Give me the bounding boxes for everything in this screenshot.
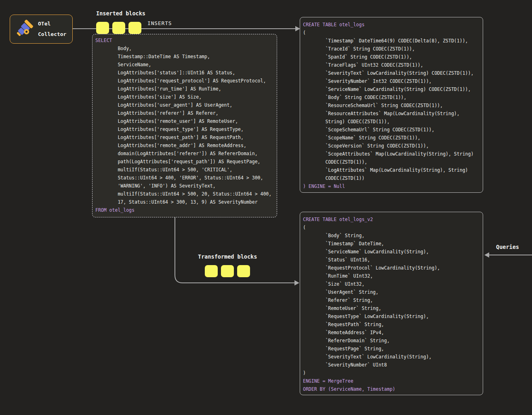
code-line: LogAttributes['status']::UInt16 AS Statu… [95,69,271,77]
select-query-code: SELECT Body, Timestamp::DateTime AS Time… [95,36,271,214]
telescope-icon [14,16,35,40]
code-line: `ServiceName` LowCardinality(String), [303,248,440,256]
code-line: ServiceName, [95,61,271,69]
code-line: `SeverityText` LowCardinality(String), [303,353,440,361]
code-line: `ScopeName` String CODEC(ZSTD(1)), [303,134,473,142]
code-line: `Timestamp` DateTime, [303,240,440,248]
code-line: `ScopeSchemaUrl` String CODEC(ZSTD(1)), [303,126,473,134]
code-line: `ResourceSchemaUrl` String CODEC(ZSTD(1)… [303,101,473,110]
inserts-label: INSERTS [147,20,172,26]
code-line: LogAttributes['request_path'] AS Request… [95,133,271,141]
code-line: `RequestPage` String, [303,345,440,353]
otel-collector-label-line2: Collector [38,29,66,40]
otel-clickhouse-diagram: OTel Collector Inserted blocks INSERTS S… [0,0,532,415]
code-line: LogAttributes['size'] AS Size, [95,93,271,101]
code-line: multiIf(Status::UInt64 > 500, 20, Status… [95,190,271,198]
code-line: LogAttributes['user_agent'] AS UserAgent… [95,101,271,109]
code-line: ) [303,369,440,377]
code-line: `SeverityText` LowCardinality(String) CO… [303,69,473,77]
code-line: `ServiceName` LowCardinality(String) COD… [303,85,473,93]
code-line: domain(LogAttributes['referer']) AS Refe… [95,150,271,158]
code-line: 'WARNING', 'INFO') AS SeverityText, [95,182,271,190]
queries-arrowhead-icon [484,253,489,258]
code-line: `TraceId` String CODEC(ZSTD(1)), [303,45,473,53]
code-line: Status::UInt64 > 400, 'ERROR', Status::U… [95,174,271,182]
code-line: `ScopeVersion` String CODEC(ZSTD(1)), [303,142,473,150]
transformed-arrow-line [175,217,296,283]
code-line: ( [303,29,473,37]
inserted-block-square [128,22,141,34]
otel-logs-table-code: CREATE TABLE otel_logs( `Timestamp` Date… [303,21,473,190]
code-line: `RequestPath` String, [303,320,440,329]
code-line: LogAttributes['remote_user'] AS RemoteUs… [95,117,271,125]
code-line: LogAttributes['request_protocol'] AS Req… [95,77,271,85]
otel-logs-v2-table-code: CREATE TABLE otel_logs_v2( `Body` String… [303,215,440,393]
code-line: String) CODEC(ZSTD(1)), [303,118,473,126]
code-line: 17, Status::UInt64 > 300, 13, 9) AS Seve… [95,198,271,206]
code-line: CREATE TABLE otel_logs_v2 [303,215,440,223]
code-line: CODEC(ZSTD(1)), [303,158,473,166]
code-line: `Body` String CODEC(ZSTD(1)), [303,93,473,101]
code-line: `RemoteUser` String, [303,304,440,312]
code-line: `LogAttributes` Map(LowCardinality(Strin… [303,166,473,174]
inserted-block-square [96,22,109,34]
code-line: `Status` UInt16, [303,256,440,264]
code-line: `Referer` String, [303,296,440,304]
code-line: ORDER BY (ServiceName, Timestamp) [303,385,440,393]
code-line: LogAttributes['run_time'] AS RunTime, [95,85,271,93]
transformed-block-square [237,265,250,277]
transformed-arrowhead-icon [294,280,299,286]
code-line: `ResourceAttributes` Map(LowCardinality(… [303,110,473,118]
otel-collector-label-line1: OTel [38,19,66,29]
code-line: ENGINE = MergeTree [303,377,440,385]
code-line: `Timestamp` DateTime64(9) CODEC(Delta(8)… [303,37,473,45]
code-line: Timestamp::DateTime AS Timestamp, [95,53,271,61]
code-line: `SpanId` String CODEC(ZSTD(1)), [303,53,473,61]
code-line: path(LogAttributes['request_path']) AS R… [95,158,271,166]
code-line: ) ENGINE = Null [303,182,473,190]
code-line: LogAttributes['remote_addr'] AS RemoteAd… [95,141,271,150]
inserted-block-square [112,22,125,34]
code-line: `RunTime` UInt32, [303,272,440,280]
code-line: `UserAgent` String, [303,288,440,296]
otel-collector-label: OTel Collector [38,19,66,40]
code-line: `SeverityNumber` UInt8 [303,361,440,369]
code-line: LogAttributes['referer'] AS Referer, [95,109,271,117]
code-line: `RequestType` LowCardinality(String), [303,312,440,320]
code-line: ( [303,223,440,232]
inserted-blocks-label: Inserted blocks [96,10,145,17]
code-line: `SeverityNumber` Int32 CODEC(ZSTD(1)), [303,77,473,85]
transformed-block-square [205,265,218,277]
code-line: multiIf(Status::UInt64 > 500, 'CRITICAL'… [95,166,271,174]
code-line: `RefererDomain` String, [303,337,440,345]
queries-label: Queries [496,244,519,250]
code-line: CREATE TABLE otel_logs [303,21,473,29]
code-line: `TraceFlags` UInt32 CODEC(ZSTD(1)), [303,61,473,69]
code-line: FROM otel_logs [95,206,271,214]
code-line: `Size` UInt32, [303,280,440,288]
code-line: `RemoteAddress` IPv4, [303,329,440,337]
transformed-blocks-label: Transformed blocks [198,253,257,260]
code-line: `ScopeAttributes` Map(LowCardinality(Str… [303,150,473,158]
code-line: LogAttributes['request_type'] AS Request… [95,125,271,133]
code-line: `RequestProtocol` LowCardinality(String)… [303,264,440,272]
code-line: `Body` String, [303,232,440,240]
transformed-block-square [221,265,234,277]
code-line: CODEC(ZSTD(1)) [303,174,473,182]
code-line: SELECT [95,36,271,44]
code-line: Body, [95,44,271,53]
